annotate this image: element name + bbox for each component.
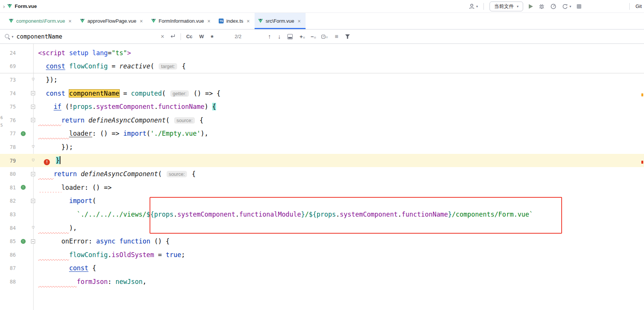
fold-marker-icon[interactable] xyxy=(28,105,38,109)
debug-button[interactable] xyxy=(539,3,545,9)
show-results-icon[interactable]: ≡ xyxy=(335,33,338,40)
fold-marker-icon[interactable] xyxy=(28,172,38,176)
code-line-85[interactable]: 85↑ onError: async function () { xyxy=(0,234,644,248)
code-editor[interactable]: 24<script setup lang="ts">69 const flowC… xyxy=(0,44,644,310)
code-line-73[interactable]: 73⌂ }); xyxy=(0,73,644,87)
editor-tab[interactable]: FormInformation.vue× xyxy=(148,13,215,29)
fold-marker-icon[interactable] xyxy=(28,199,38,203)
vue-icon xyxy=(80,19,85,23)
code-text: return defineAsyncComponent( source: { xyxy=(38,116,203,124)
code-text: }); xyxy=(38,143,73,151)
code-text: }); xyxy=(38,76,57,84)
clear-search-icon[interactable]: × xyxy=(161,33,164,40)
line-number: 74 xyxy=(0,90,18,96)
chevron-down-icon: ▾ xyxy=(517,5,519,8)
close-tab-icon[interactable]: × xyxy=(297,18,301,24)
scrollbar-match-mark[interactable] xyxy=(641,93,643,96)
fold-marker-icon[interactable]: ⌂ xyxy=(28,158,38,163)
code-line-78[interactable]: 78⌂ }); xyxy=(0,140,644,154)
window-title: Form.vue xyxy=(15,3,37,9)
code-line-82[interactable]: 82 import( xyxy=(0,194,644,208)
add-occurrence-button[interactable]: +II xyxy=(300,34,305,39)
divider xyxy=(181,33,181,40)
code-line-74[interactable]: 74 const componentName = computed( gette… xyxy=(0,87,644,100)
editor-tab[interactable]: components\Form.vue× xyxy=(5,13,77,29)
editor-tab[interactable]: src\Form.vue× xyxy=(255,13,306,29)
user-account-button[interactable]: ▾ xyxy=(469,3,478,9)
code-line-76[interactable]: 76 return defineAsyncComponent( source: … xyxy=(0,113,644,127)
error-icon: ! xyxy=(44,159,50,165)
ide-window: › Form.vue ▾ 当前文件 ▾ xyxy=(0,0,644,310)
function-marker-icon[interactable]: ↑ xyxy=(18,239,28,244)
match-count: 2/2 xyxy=(225,34,251,39)
function-marker-icon[interactable]: ↑ xyxy=(18,185,28,190)
code-line-87[interactable]: 87 const { xyxy=(0,262,644,275)
previous-occurrence-button[interactable]: ↑ xyxy=(268,33,271,40)
code-line-75[interactable]: 75 if (!props.systemComponent.functionNa… xyxy=(0,100,644,113)
search-input[interactable] xyxy=(17,33,161,40)
code-line-79[interactable]: 79⌂ ! } xyxy=(0,154,644,167)
stop-button[interactable] xyxy=(577,4,581,9)
history-icon xyxy=(562,3,568,9)
code-line-83[interactable]: 83 `./../../../views/${props.systemCompo… xyxy=(0,208,644,221)
search-match: componentName xyxy=(69,90,119,97)
scrollbar-error-mark[interactable] xyxy=(641,161,643,164)
fold-marker-icon[interactable] xyxy=(28,239,38,243)
code-line-86[interactable]: 86 flowConfig.isOldSystem = true; xyxy=(0,248,644,262)
line-number: 83 xyxy=(0,211,18,217)
code-line-84[interactable]: 84⌂ ), xyxy=(0,221,644,235)
editor-tab[interactable]: approveFlowPage.vue× xyxy=(77,13,148,29)
regex-toggle[interactable]: * xyxy=(211,36,213,40)
close-tab-icon[interactable]: × xyxy=(207,18,211,24)
tab-label: FormInformation.vue xyxy=(159,18,204,24)
run-button[interactable] xyxy=(529,4,533,9)
line-number: 82 xyxy=(0,198,18,204)
close-tab-icon[interactable]: × xyxy=(139,18,144,24)
run-history-button[interactable]: ▾ xyxy=(562,3,571,9)
code-line-88[interactable]: 88 formJson: newJson, xyxy=(0,275,644,288)
code-text: formJson: newJson, xyxy=(38,278,147,285)
line-number: 86 xyxy=(0,252,18,258)
line-number: 69 xyxy=(0,63,18,69)
code-line-80[interactable]: 80 return defineAsyncComponent( source: … xyxy=(0,167,644,181)
whole-words-toggle[interactable]: W xyxy=(199,34,204,39)
fold-marker-icon[interactable]: ⌂ xyxy=(28,225,38,230)
fold-marker-icon[interactable]: ⌂ xyxy=(28,144,38,149)
editor-tab[interactable]: TSindex.ts× xyxy=(215,13,255,29)
newline-icon xyxy=(170,34,175,39)
search-icon[interactable] xyxy=(5,34,11,40)
code-line-77[interactable]: 77↑ loader: () => import('./Empty.vue'), xyxy=(0,127,644,141)
code-text: const componentName = computed( getter: … xyxy=(38,90,221,97)
select-all-occurrences-button[interactable]: ✓II xyxy=(321,35,328,39)
new-line-button[interactable] xyxy=(170,34,175,39)
fold-marker-icon[interactable] xyxy=(28,91,38,95)
search-history-chevron-icon[interactable]: ▾ xyxy=(12,35,14,39)
checkbox-icon: ✓ xyxy=(321,35,325,39)
code-line-69[interactable]: 69 const flowConfig = reactive( target: … xyxy=(0,60,644,73)
search-filter-icon[interactable] xyxy=(345,34,350,39)
fold-marker-icon[interactable]: ⌂ xyxy=(28,77,38,82)
fold-marker-icon[interactable] xyxy=(28,118,38,122)
code-text: return defineAsyncComponent( source: { xyxy=(38,170,196,178)
run-configuration-button[interactable]: 当前文件 ▾ xyxy=(490,2,523,11)
line-number: 79 xyxy=(0,158,18,164)
code-line-81[interactable]: 81↑ loader: () => xyxy=(0,181,644,194)
close-tab-icon[interactable]: × xyxy=(68,18,72,24)
next-occurrence-button[interactable]: ↓ xyxy=(278,33,281,40)
git-widget[interactable]: Git xyxy=(635,3,642,9)
function-marker-icon[interactable]: ↑ xyxy=(18,131,28,136)
line-number: 84 xyxy=(0,225,18,231)
tab-label: index.ts xyxy=(226,18,243,24)
code-line-24[interactable]: 24<script setup lang="ts"> xyxy=(0,46,644,60)
close-tab-icon[interactable]: × xyxy=(246,18,250,24)
tab-label: components\Form.vue xyxy=(16,18,65,24)
exclude-occurrence-button[interactable]: −II xyxy=(310,34,316,39)
match-case-toggle[interactable]: Cc xyxy=(186,34,193,39)
tab-label: approveFlowPage.vue xyxy=(88,18,136,24)
code-text: const { xyxy=(38,264,96,272)
chevron-down-icon: ▾ xyxy=(570,5,571,8)
profiler-button[interactable] xyxy=(550,3,556,9)
open-results-in-new-window-icon[interactable] xyxy=(287,34,293,39)
code-text: flowConfig.isOldSystem = true; xyxy=(38,251,185,259)
divider xyxy=(629,3,630,10)
